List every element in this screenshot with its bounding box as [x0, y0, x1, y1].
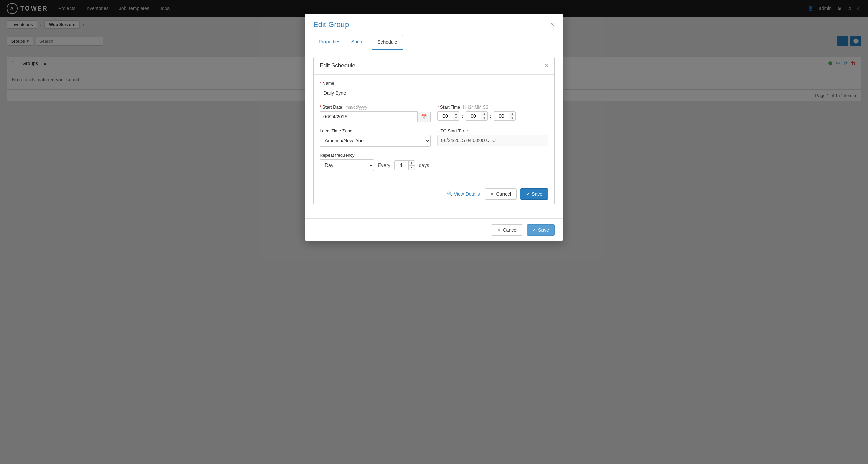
- modal-close-button[interactable]: ×: [551, 21, 555, 29]
- outer-cancel-icon: ✕: [497, 227, 501, 233]
- every-input[interactable]: [395, 161, 408, 170]
- colon-2: :: [490, 113, 492, 120]
- minute-up-button[interactable]: ▲: [481, 112, 487, 116]
- repeat-frequency-group: Repeat frequency Day Hour Week Month Eve…: [320, 153, 548, 171]
- colon-1: :: [461, 113, 463, 120]
- save-check-icon: ✔: [526, 191, 530, 197]
- hour-spinbox: ▲ ▼: [437, 111, 459, 121]
- name-label: * Name: [320, 81, 548, 86]
- tab-source[interactable]: Source: [346, 35, 372, 50]
- hour-input[interactable]: [438, 112, 453, 120]
- cancel-x-icon: ✕: [490, 191, 494, 197]
- second-up-button[interactable]: ▲: [509, 112, 515, 116]
- modal-tabs: Properties Source Schedule: [305, 35, 563, 50]
- calendar-button[interactable]: 📅: [418, 112, 431, 122]
- timezone-label: Local Time Zone: [320, 128, 431, 133]
- repeat-select[interactable]: Day Hour Week Month: [320, 159, 374, 171]
- utc-col: UTC Start Time 06/24/2015 04:00:00 UTC: [437, 128, 548, 146]
- start-time-col: * Start Time HH24:MM:SS ▲: [437, 104, 548, 121]
- inner-modal-close-button[interactable]: ×: [544, 62, 548, 70]
- tab-properties[interactable]: Properties: [313, 35, 346, 50]
- start-date-label: * Start Date mm/dd/yyyy: [320, 104, 431, 110]
- start-time-label: * Start Time HH24:MM:SS: [437, 104, 548, 110]
- name-field-group: * Name: [320, 81, 548, 98]
- outer-save-icon: ✔: [532, 227, 536, 233]
- second-input[interactable]: [494, 112, 509, 120]
- search-icon: 🔍: [447, 191, 453, 197]
- inner-modal-header: Edit Schedule ×: [314, 57, 554, 75]
- outer-cancel-button[interactable]: ✕ Cancel: [491, 224, 523, 236]
- inner-modal-title: Edit Schedule: [320, 62, 355, 69]
- every-up-button[interactable]: ▲: [409, 161, 415, 166]
- inner-cancel-button[interactable]: ✕ Cancel: [485, 188, 517, 200]
- modal-footer: ✕ Cancel ✔ Save: [305, 218, 563, 241]
- modal-header: Edit Group ×: [305, 14, 563, 35]
- modal-body: Edit Schedule × * Name: [305, 50, 563, 218]
- second-arrows: ▲ ▼: [509, 112, 515, 120]
- every-down-button[interactable]: ▼: [409, 166, 415, 170]
- start-date-col: * Start Date mm/dd/yyyy 📅: [320, 104, 431, 122]
- edit-group-modal: Edit Group × Properties Source Schedule …: [305, 14, 563, 241]
- utc-label: UTC Start Time: [437, 128, 548, 133]
- inner-modal-body: * Name * Start Date mm/dd/yyyy: [314, 75, 554, 183]
- utc-display: 06/24/2015 04:00:00 UTC: [437, 135, 548, 146]
- minute-arrows: ▲ ▼: [481, 112, 487, 120]
- inner-save-button[interactable]: ✔ Save: [520, 188, 548, 200]
- name-input[interactable]: [320, 88, 548, 98]
- days-label: days: [419, 162, 429, 168]
- hour-up-button[interactable]: ▲: [453, 112, 459, 116]
- timezone-utc-row: Local Time Zone America/New_York America…: [320, 128, 548, 147]
- outer-save-button[interactable]: ✔ Save: [527, 224, 555, 236]
- modal-title: Edit Group: [313, 20, 349, 29]
- every-label: Every: [378, 162, 390, 168]
- date-time-row: * Start Date mm/dd/yyyy 📅 *: [320, 104, 548, 122]
- every-arrows: ▲ ▼: [408, 161, 415, 170]
- tab-schedule[interactable]: Schedule: [372, 35, 403, 50]
- minute-input[interactable]: [466, 112, 481, 120]
- timezone-col: Local Time Zone America/New_York America…: [320, 128, 431, 147]
- edit-schedule-inner-modal: Edit Schedule × * Name: [313, 57, 555, 205]
- repeat-label: Repeat frequency: [320, 153, 548, 158]
- date-placeholder-hint: mm/dd/yyyy: [346, 105, 367, 110]
- hour-arrows: ▲ ▼: [453, 112, 459, 120]
- required-star-time: *: [437, 104, 439, 110]
- required-star-name: *: [320, 81, 321, 86]
- required-star-date: *: [320, 104, 321, 110]
- modal-overlay: Edit Group × Properties Source Schedule …: [0, 0, 868, 464]
- time-group: ▲ ▼ : ▲ ▼: [437, 111, 548, 121]
- start-date-input[interactable]: [320, 111, 418, 122]
- second-down-button[interactable]: ▼: [509, 116, 515, 121]
- repeat-row: Day Hour Week Month Every ▲ ▼: [320, 159, 548, 171]
- timezone-select[interactable]: America/New_York America/Chicago America…: [320, 135, 431, 147]
- minute-down-button[interactable]: ▼: [481, 116, 487, 121]
- minute-spinbox: ▲ ▼: [466, 111, 488, 121]
- date-input-wrap: 📅: [320, 111, 431, 122]
- time-placeholder-hint: HH24:MM:SS: [463, 105, 488, 110]
- view-details-button[interactable]: 🔍 View Details: [446, 189, 481, 199]
- second-spinbox: ▲ ▼: [494, 111, 516, 121]
- inner-modal-footer: 🔍 View Details ✕ Cancel ✔ Save: [314, 183, 554, 205]
- every-spinbox: ▲ ▼: [394, 160, 415, 170]
- hour-down-button[interactable]: ▼: [453, 116, 459, 121]
